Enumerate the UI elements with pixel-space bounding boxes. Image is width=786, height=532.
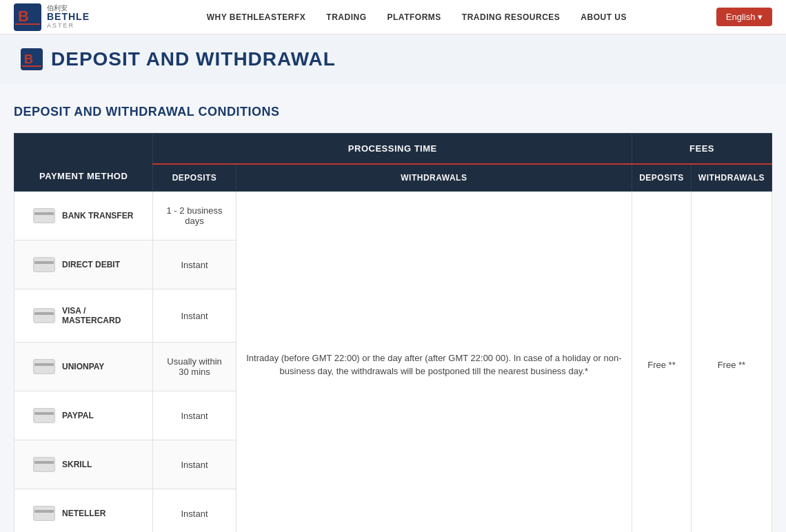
- svg-text:B: B: [24, 52, 33, 66]
- svg-rect-7: [34, 212, 54, 215]
- svg-rect-13: [34, 363, 54, 366]
- deposit-time-skrill: Instant: [153, 440, 236, 489]
- deposit-fee-merged: Free **: [632, 192, 692, 533]
- deposit-time-neteller: Instant: [153, 489, 236, 533]
- svg-rect-10: [34, 309, 54, 322]
- table-row: BANK TRANSFER 1 - 2 business daysIntrada…: [14, 192, 772, 241]
- page-header-icon: B: [21, 48, 43, 70]
- deposit-time-visa-mastercard: Instant: [153, 289, 236, 342]
- nav-why[interactable]: WHY BETHLEASTERFX: [207, 12, 306, 22]
- nav-links: WHY BETHLEASTERFX TRADING PLATFORMS TRAD…: [117, 12, 716, 22]
- col-deposits-fee: DEPOSITS: [632, 164, 692, 192]
- svg-rect-9: [34, 261, 54, 264]
- svg-rect-16: [34, 458, 54, 471]
- payment-cell-unionpay: UNIONPAY: [14, 342, 153, 391]
- neteller-icon: [33, 506, 55, 521]
- page-title: DEPOSIT AND WITHDRAWAL: [51, 48, 336, 70]
- direct-debit-name: DIRECT DEBIT: [62, 260, 120, 269]
- direct-debit-icon: [33, 257, 55, 272]
- skrill-name: SKRILL: [62, 460, 92, 469]
- svg-rect-17: [34, 461, 54, 464]
- withdrawal-time-merged: Intraday (before GMT 22:00) or the day a…: [236, 192, 632, 533]
- logo[interactable]: B 伯利安 BETHLE ASTER: [14, 3, 90, 31]
- nav-about[interactable]: ABOUT US: [581, 12, 627, 22]
- payment-cell-skrill: SKRILL: [14, 440, 153, 489]
- section-title: DEPOSIT AND WITHDRAWAL CONDITIONS: [14, 105, 772, 119]
- unionpay-name: UNIONPAY: [62, 362, 104, 371]
- payment-cell-paypal: PAYPAL: [14, 391, 153, 440]
- deposit-time-paypal: Instant: [153, 391, 236, 440]
- col-payment-method: PAYMENT METHOD: [14, 134, 153, 192]
- bank-transfer-name: BANK TRANSFER: [62, 211, 133, 221]
- neteller-name: NETELLER: [62, 509, 105, 518]
- svg-rect-8: [34, 258, 54, 271]
- col-fees: FEES: [632, 134, 772, 165]
- payment-cell-bank-transfer: BANK TRANSFER: [14, 192, 153, 241]
- svg-rect-6: [34, 209, 54, 222]
- svg-rect-12: [34, 360, 54, 373]
- payment-cell-visa-mastercard: VISA / MASTERCARD: [14, 289, 153, 342]
- svg-rect-14: [34, 409, 54, 422]
- col-withdrawals-fee: WITHDRAWALS: [691, 164, 772, 192]
- bank-transfer-icon: [33, 208, 55, 223]
- visa-mastercard-icon: [33, 308, 55, 323]
- payment-cell-direct-debit: DIRECT DEBIT: [14, 241, 153, 289]
- conditions-table: PAYMENT METHOD PROCESSING TIME FEES DEPO…: [14, 133, 772, 532]
- col-deposits-time: DEPOSITS: [153, 164, 236, 192]
- svg-text:B: B: [18, 8, 29, 25]
- nav-resources[interactable]: TRADING RESOURCES: [462, 12, 561, 22]
- svg-rect-18: [34, 507, 54, 520]
- page-header: B DEPOSIT AND WITHDRAWAL: [0, 34, 786, 84]
- deposit-time-unionpay: Usually within 30 mins: [153, 342, 236, 391]
- navigation: B 伯利安 BETHLE ASTER WHY BETHLEASTERFX TRA…: [0, 0, 786, 34]
- language-button[interactable]: English ▾: [716, 8, 772, 26]
- withdrawal-fee-merged: Free **: [691, 192, 772, 533]
- main-content: DEPOSIT AND WITHDRAWAL CONDITIONS PAYMEN…: [0, 84, 786, 532]
- deposit-time-direct-debit: Instant: [153, 241, 236, 289]
- logo-en: BETHLE: [47, 12, 90, 22]
- svg-rect-15: [34, 412, 54, 415]
- svg-rect-11: [34, 312, 54, 315]
- deposit-time-bank-transfer: 1 - 2 business days: [153, 192, 236, 241]
- nav-right: English ▾: [716, 8, 772, 26]
- payment-cell-neteller: NETELLER: [14, 489, 153, 533]
- paypal-name: PAYPAL: [62, 411, 94, 420]
- col-withdrawals-time: WITHDRAWALS: [236, 164, 632, 192]
- col-processing-time: PROCESSING TIME: [153, 134, 632, 165]
- nav-platforms[interactable]: PLATFORMS: [387, 12, 441, 22]
- nav-trading[interactable]: TRADING: [326, 12, 366, 22]
- logo-sub: ASTER: [47, 23, 90, 30]
- svg-rect-19: [34, 510, 54, 513]
- unionpay-icon: [33, 359, 55, 374]
- paypal-icon: [33, 408, 55, 423]
- visa-mastercard-name: VISA / MASTERCARD: [62, 306, 134, 325]
- skrill-icon: [33, 457, 55, 472]
